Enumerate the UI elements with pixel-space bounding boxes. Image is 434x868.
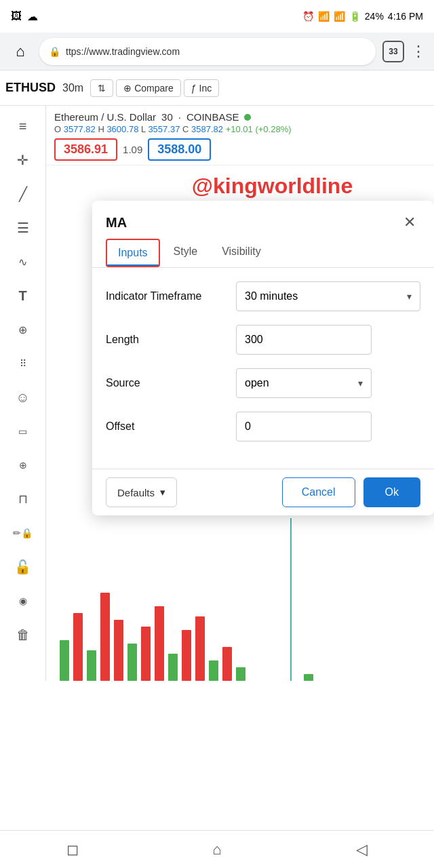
price-row: 3586.91 1.09 3588.00 — [54, 138, 426, 161]
candle-bar — [304, 674, 313, 681]
sidebar-curve[interactable]: ∿ — [8, 247, 38, 277]
battery-icon: 🔋 — [349, 11, 361, 22]
signal-icon-2: 📶 — [334, 11, 345, 22]
close-val: 3587.82 — [191, 124, 223, 134]
source-label: Source — [106, 377, 228, 389]
timeframe-label: Indicator Timeframe — [106, 290, 228, 302]
sidebar-eye[interactable]: ◉ — [8, 586, 38, 616]
candle-chart — [46, 518, 434, 681]
home-icon: ⌂ — [16, 43, 24, 60]
tab-style-label: Style — [174, 245, 198, 257]
ok-button[interactable]: Ok — [363, 477, 420, 507]
tab-visibility[interactable]: Visibility — [211, 239, 272, 267]
open-val: 3577.82 — [64, 124, 96, 134]
chart-info: Ethereum / U.S. Dollar 30 · COINBASE O 3… — [46, 106, 434, 165]
fx-button[interactable]: ƒ Inc — [184, 79, 219, 97]
dialog-tabs: Inputs Style Visibility — [92, 239, 434, 268]
sidebar-emoji[interactable]: ☺ — [8, 382, 38, 412]
chart-dot: · — [178, 111, 181, 123]
chart-timeframe[interactable]: 30m — [62, 82, 83, 94]
cancel-button[interactable]: Cancel — [282, 477, 355, 507]
candle-bar — [182, 630, 191, 681]
tab-visibility-label: Visibility — [222, 245, 261, 257]
candle-bar — [141, 627, 151, 681]
compare-label: Compare — [134, 83, 174, 94]
close-label: C — [182, 124, 189, 134]
timeframe-chevron-down-icon: ▾ — [407, 291, 412, 302]
sidebar-lock-edit[interactable]: ✏🔒 — [8, 518, 38, 548]
status-bar-left: 🖼 ☁ — [11, 10, 38, 23]
browser-bar: ⌂ 🔒 ttps://www.tradingview.com 33 ⋮ — [0, 33, 434, 71]
timeframe-dropdown[interactable]: 30 minutes ▾ — [236, 281, 420, 311]
defaults-button[interactable]: Defaults ▾ — [106, 477, 177, 507]
defaults-label: Defaults — [117, 487, 155, 498]
candle-bar — [155, 606, 164, 681]
source-value: open — [245, 377, 269, 389]
sidebar-zoom-in[interactable]: ⊕ — [8, 450, 38, 480]
offset-label: Offset — [106, 420, 228, 433]
change-val: +10.01 — [226, 124, 253, 134]
source-dropdown[interactable]: open ▾ — [236, 368, 372, 398]
chart-symbol[interactable]: ETHUSD — [5, 81, 56, 95]
sidebar-lock[interactable]: 🔓 — [8, 552, 38, 582]
url-bar[interactable]: 🔒 ttps://www.tradingview.com — [39, 38, 376, 65]
timeframe-row: Indicator Timeframe 30 minutes ▾ — [106, 281, 420, 311]
battery-percent: 24% — [365, 11, 384, 22]
candle-bar — [114, 620, 123, 681]
candlestick-type-button[interactable]: ⇅ — [90, 79, 113, 97]
source-row: Source open ▾ — [106, 368, 420, 398]
ma-dialog: MA ✕ Inputs Style Visibility Indicat — [92, 201, 434, 515]
home-nav-icon: ⌂ — [212, 841, 221, 859]
source-chevron-down-icon: ▾ — [358, 378, 363, 389]
browser-menu-button[interactable]: ⋮ — [411, 43, 426, 60]
length-input[interactable] — [236, 325, 372, 355]
time: 4:16 PM — [388, 11, 423, 22]
chart-period: 30 — [161, 111, 173, 123]
sidebar: ≡ ✛ ╱ ☰ ∿ T ⊕ ⠿ ☺ ▭ ⊕ ⊓ ✏🔒 🔓 ◉ 🗑 — [0, 106, 46, 681]
dialog-close-button[interactable]: ✕ — [399, 212, 420, 233]
tab-style[interactable]: Style — [163, 239, 209, 267]
sidebar-line-tool[interactable]: ╱ — [8, 179, 38, 209]
candlestick-icon: ⇅ — [98, 83, 106, 94]
sidebar-hamburger[interactable]: ≡ — [8, 111, 38, 141]
url-text: ttps://www.tradingview.com — [66, 46, 366, 57]
sidebar-ruler[interactable]: ▭ — [8, 416, 38, 446]
candle-bar — [127, 644, 137, 681]
nav-square-button[interactable]: ◻ — [58, 835, 87, 865]
sidebar-lines[interactable]: ☰ — [8, 213, 38, 243]
dialog-body: Indicator Timeframe 30 minutes ▾ Length … — [92, 268, 434, 469]
length-label: Length — [106, 334, 228, 346]
nav-home-button[interactable]: ⌂ — [202, 835, 232, 865]
price-blue: 3588.00 — [148, 138, 211, 161]
square-icon: ◻ — [66, 841, 79, 859]
offset-input[interactable] — [236, 412, 372, 441]
status-bar: 🖼 ☁ ⏰ 📶 📶 🔋 24% 4:16 PM — [0, 0, 434, 33]
sidebar-text[interactable]: T — [8, 281, 38, 311]
nav-back-button[interactable]: ◁ — [347, 835, 376, 865]
candle-bar — [209, 660, 218, 681]
live-indicator — [244, 114, 251, 121]
length-row: Length — [106, 325, 420, 355]
tab-inputs-label: Inputs — [118, 247, 148, 258]
tab-count-badge[interactable]: 33 — [382, 41, 404, 62]
browser-home-button[interactable]: ⌂ — [8, 39, 33, 64]
candle-bar — [222, 647, 232, 681]
compare-button[interactable]: ⊕ Compare — [116, 79, 181, 97]
candle-bar — [100, 593, 110, 681]
change-pct: (+0.28%) — [255, 124, 291, 134]
offset-row: Offset — [106, 412, 420, 441]
low-label: L — [141, 124, 146, 134]
sidebar-scatter[interactable]: ⠿ — [8, 349, 38, 378]
candle-bar — [73, 613, 83, 681]
chart-toolbar: ETHUSD 30m ⇅ ⊕ Compare ƒ Inc — [0, 71, 434, 106]
chart-vertical-line — [290, 518, 292, 681]
chart-main: Ethereum / U.S. Dollar 30 · COINBASE O 3… — [46, 106, 434, 681]
price-red: 3586.91 — [54, 138, 117, 161]
sidebar-crosshair[interactable]: ✛ — [8, 145, 38, 175]
sidebar-node-tool[interactable]: ⊕ — [8, 315, 38, 344]
dialog-footer: Defaults ▾ Cancel Ok — [92, 469, 434, 515]
tab-inputs[interactable]: Inputs — [106, 239, 160, 267]
alarm-icon: ⏰ — [302, 11, 314, 22]
sidebar-magnet[interactable]: ⊓ — [8, 484, 38, 514]
sidebar-trash[interactable]: 🗑 — [8, 620, 38, 650]
